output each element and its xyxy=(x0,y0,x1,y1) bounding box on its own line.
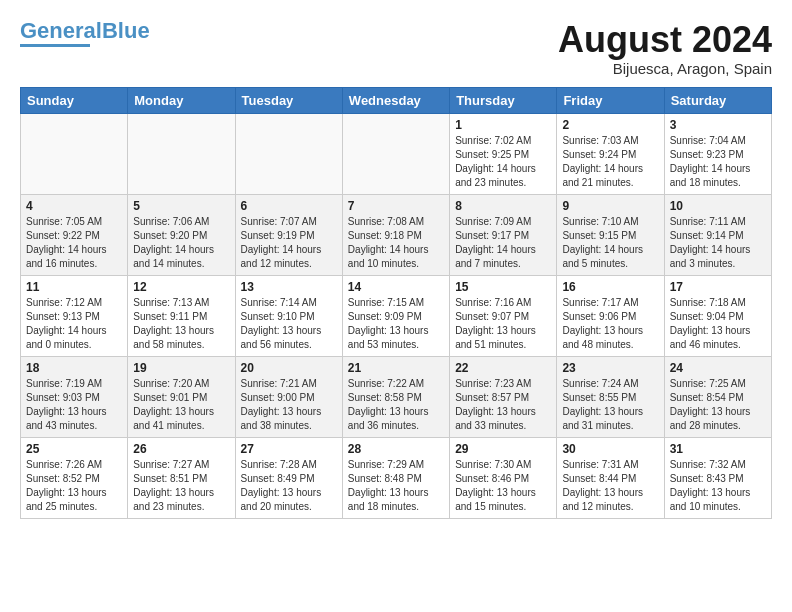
day-number: 18 xyxy=(26,361,122,375)
calendar-cell: 6Sunrise: 7:07 AM Sunset: 9:19 PM Daylig… xyxy=(235,194,342,275)
calendar-cell: 8Sunrise: 7:09 AM Sunset: 9:17 PM Daylig… xyxy=(450,194,557,275)
calendar-cell: 13Sunrise: 7:14 AM Sunset: 9:10 PM Dayli… xyxy=(235,275,342,356)
week-row-5: 25Sunrise: 7:26 AM Sunset: 8:52 PM Dayli… xyxy=(21,437,772,518)
day-info: Sunrise: 7:27 AM Sunset: 8:51 PM Dayligh… xyxy=(133,458,229,514)
day-info: Sunrise: 7:15 AM Sunset: 9:09 PM Dayligh… xyxy=(348,296,444,352)
day-info: Sunrise: 7:04 AM Sunset: 9:23 PM Dayligh… xyxy=(670,134,766,190)
calendar-cell xyxy=(21,113,128,194)
day-number: 12 xyxy=(133,280,229,294)
day-info: Sunrise: 7:10 AM Sunset: 9:15 PM Dayligh… xyxy=(562,215,658,271)
day-header-saturday: Saturday xyxy=(664,87,771,113)
day-header-sunday: Sunday xyxy=(21,87,128,113)
day-info: Sunrise: 7:24 AM Sunset: 8:55 PM Dayligh… xyxy=(562,377,658,433)
day-number: 20 xyxy=(241,361,337,375)
day-number: 30 xyxy=(562,442,658,456)
calendar-cell: 14Sunrise: 7:15 AM Sunset: 9:09 PM Dayli… xyxy=(342,275,449,356)
calendar-cell: 5Sunrise: 7:06 AM Sunset: 9:20 PM Daylig… xyxy=(128,194,235,275)
day-info: Sunrise: 7:12 AM Sunset: 9:13 PM Dayligh… xyxy=(26,296,122,352)
day-number: 29 xyxy=(455,442,551,456)
page-header: GeneralBlue August 2024 Bijuesca, Aragon… xyxy=(20,20,772,77)
calendar-cell: 2Sunrise: 7:03 AM Sunset: 9:24 PM Daylig… xyxy=(557,113,664,194)
calendar-cell: 12Sunrise: 7:13 AM Sunset: 9:11 PM Dayli… xyxy=(128,275,235,356)
calendar-cell: 26Sunrise: 7:27 AM Sunset: 8:51 PM Dayli… xyxy=(128,437,235,518)
day-info: Sunrise: 7:06 AM Sunset: 9:20 PM Dayligh… xyxy=(133,215,229,271)
day-info: Sunrise: 7:07 AM Sunset: 9:19 PM Dayligh… xyxy=(241,215,337,271)
calendar-cell: 25Sunrise: 7:26 AM Sunset: 8:52 PM Dayli… xyxy=(21,437,128,518)
day-number: 25 xyxy=(26,442,122,456)
calendar-cell: 19Sunrise: 7:20 AM Sunset: 9:01 PM Dayli… xyxy=(128,356,235,437)
day-number: 5 xyxy=(133,199,229,213)
day-info: Sunrise: 7:14 AM Sunset: 9:10 PM Dayligh… xyxy=(241,296,337,352)
day-number: 6 xyxy=(241,199,337,213)
day-number: 14 xyxy=(348,280,444,294)
day-info: Sunrise: 7:11 AM Sunset: 9:14 PM Dayligh… xyxy=(670,215,766,271)
calendar-cell: 17Sunrise: 7:18 AM Sunset: 9:04 PM Dayli… xyxy=(664,275,771,356)
calendar-cell: 4Sunrise: 7:05 AM Sunset: 9:22 PM Daylig… xyxy=(21,194,128,275)
calendar-cell: 22Sunrise: 7:23 AM Sunset: 8:57 PM Dayli… xyxy=(450,356,557,437)
day-number: 28 xyxy=(348,442,444,456)
day-info: Sunrise: 7:03 AM Sunset: 9:24 PM Dayligh… xyxy=(562,134,658,190)
calendar-cell: 24Sunrise: 7:25 AM Sunset: 8:54 PM Dayli… xyxy=(664,356,771,437)
day-number: 26 xyxy=(133,442,229,456)
calendar-cell: 20Sunrise: 7:21 AM Sunset: 9:00 PM Dayli… xyxy=(235,356,342,437)
logo-blue: Blue xyxy=(102,18,150,43)
day-number: 1 xyxy=(455,118,551,132)
calendar-cell: 15Sunrise: 7:16 AM Sunset: 9:07 PM Dayli… xyxy=(450,275,557,356)
day-info: Sunrise: 7:05 AM Sunset: 9:22 PM Dayligh… xyxy=(26,215,122,271)
day-header-thursday: Thursday xyxy=(450,87,557,113)
calendar-body: 1Sunrise: 7:02 AM Sunset: 9:25 PM Daylig… xyxy=(21,113,772,518)
day-number: 17 xyxy=(670,280,766,294)
day-info: Sunrise: 7:31 AM Sunset: 8:44 PM Dayligh… xyxy=(562,458,658,514)
day-info: Sunrise: 7:25 AM Sunset: 8:54 PM Dayligh… xyxy=(670,377,766,433)
day-info: Sunrise: 7:18 AM Sunset: 9:04 PM Dayligh… xyxy=(670,296,766,352)
location: Bijuesca, Aragon, Spain xyxy=(558,60,772,77)
calendar-cell: 23Sunrise: 7:24 AM Sunset: 8:55 PM Dayli… xyxy=(557,356,664,437)
day-header-friday: Friday xyxy=(557,87,664,113)
calendar-cell: 10Sunrise: 7:11 AM Sunset: 9:14 PM Dayli… xyxy=(664,194,771,275)
day-info: Sunrise: 7:23 AM Sunset: 8:57 PM Dayligh… xyxy=(455,377,551,433)
calendar-cell: 31Sunrise: 7:32 AM Sunset: 8:43 PM Dayli… xyxy=(664,437,771,518)
day-number: 19 xyxy=(133,361,229,375)
day-info: Sunrise: 7:29 AM Sunset: 8:48 PM Dayligh… xyxy=(348,458,444,514)
day-number: 11 xyxy=(26,280,122,294)
day-number: 8 xyxy=(455,199,551,213)
day-header-wednesday: Wednesday xyxy=(342,87,449,113)
day-number: 9 xyxy=(562,199,658,213)
day-info: Sunrise: 7:13 AM Sunset: 9:11 PM Dayligh… xyxy=(133,296,229,352)
day-header-tuesday: Tuesday xyxy=(235,87,342,113)
calendar-cell: 18Sunrise: 7:19 AM Sunset: 9:03 PM Dayli… xyxy=(21,356,128,437)
day-number: 27 xyxy=(241,442,337,456)
day-info: Sunrise: 7:16 AM Sunset: 9:07 PM Dayligh… xyxy=(455,296,551,352)
logo-text: GeneralBlue xyxy=(20,20,150,42)
day-info: Sunrise: 7:17 AM Sunset: 9:06 PM Dayligh… xyxy=(562,296,658,352)
day-info: Sunrise: 7:02 AM Sunset: 9:25 PM Dayligh… xyxy=(455,134,551,190)
week-row-1: 1Sunrise: 7:02 AM Sunset: 9:25 PM Daylig… xyxy=(21,113,772,194)
day-number: 2 xyxy=(562,118,658,132)
calendar-cell: 21Sunrise: 7:22 AM Sunset: 8:58 PM Dayli… xyxy=(342,356,449,437)
day-number: 3 xyxy=(670,118,766,132)
day-number: 22 xyxy=(455,361,551,375)
day-info: Sunrise: 7:09 AM Sunset: 9:17 PM Dayligh… xyxy=(455,215,551,271)
calendar-cell: 9Sunrise: 7:10 AM Sunset: 9:15 PM Daylig… xyxy=(557,194,664,275)
day-number: 16 xyxy=(562,280,658,294)
day-number: 23 xyxy=(562,361,658,375)
day-info: Sunrise: 7:30 AM Sunset: 8:46 PM Dayligh… xyxy=(455,458,551,514)
day-info: Sunrise: 7:22 AM Sunset: 8:58 PM Dayligh… xyxy=(348,377,444,433)
calendar-cell: 3Sunrise: 7:04 AM Sunset: 9:23 PM Daylig… xyxy=(664,113,771,194)
day-info: Sunrise: 7:32 AM Sunset: 8:43 PM Dayligh… xyxy=(670,458,766,514)
logo-underline xyxy=(20,44,90,47)
day-number: 7 xyxy=(348,199,444,213)
calendar-cell xyxy=(342,113,449,194)
week-row-4: 18Sunrise: 7:19 AM Sunset: 9:03 PM Dayli… xyxy=(21,356,772,437)
calendar-cell: 29Sunrise: 7:30 AM Sunset: 8:46 PM Dayli… xyxy=(450,437,557,518)
calendar-cell: 16Sunrise: 7:17 AM Sunset: 9:06 PM Dayli… xyxy=(557,275,664,356)
day-number: 21 xyxy=(348,361,444,375)
week-row-2: 4Sunrise: 7:05 AM Sunset: 9:22 PM Daylig… xyxy=(21,194,772,275)
day-info: Sunrise: 7:19 AM Sunset: 9:03 PM Dayligh… xyxy=(26,377,122,433)
day-info: Sunrise: 7:20 AM Sunset: 9:01 PM Dayligh… xyxy=(133,377,229,433)
day-header-monday: Monday xyxy=(128,87,235,113)
calendar-cell: 27Sunrise: 7:28 AM Sunset: 8:49 PM Dayli… xyxy=(235,437,342,518)
calendar-cell: 30Sunrise: 7:31 AM Sunset: 8:44 PM Dayli… xyxy=(557,437,664,518)
day-number: 24 xyxy=(670,361,766,375)
month-year: August 2024 xyxy=(558,20,772,60)
